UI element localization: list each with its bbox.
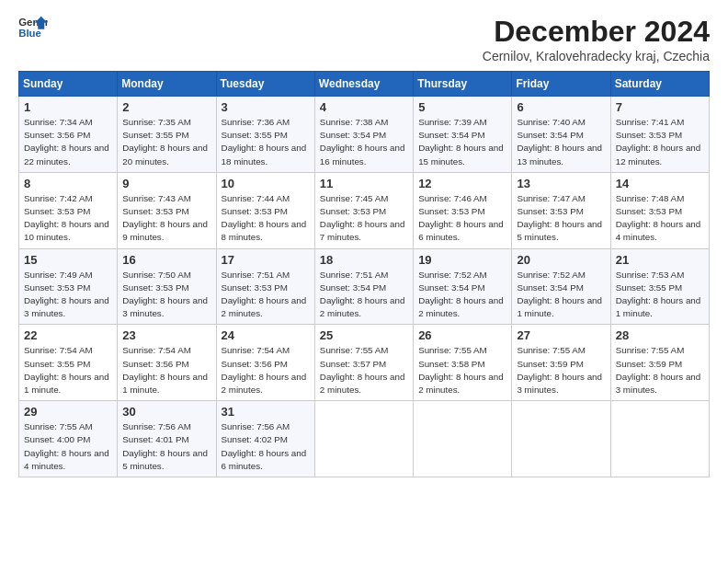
- svg-text:Blue: Blue: [18, 28, 41, 39]
- calendar-week-2: 15Sunrise: 7:49 AMSunset: 3:53 PMDayligh…: [19, 248, 710, 325]
- col-friday: Friday: [512, 72, 610, 97]
- table-row: 31Sunrise: 7:56 AMSunset: 4:02 PMDayligh…: [216, 401, 314, 477]
- col-sunday: Sunday: [19, 72, 118, 97]
- col-monday: Monday: [118, 72, 216, 97]
- table-row: 30Sunrise: 7:56 AMSunset: 4:01 PMDayligh…: [118, 401, 216, 477]
- calendar-week-0: 1Sunrise: 7:34 AMSunset: 3:56 PMDaylight…: [19, 97, 710, 173]
- table-row: 7Sunrise: 7:41 AMSunset: 3:53 PMDaylight…: [610, 97, 709, 173]
- table-row: [512, 401, 610, 477]
- table-row: 11Sunrise: 7:45 AMSunset: 3:53 PMDayligh…: [314, 172, 413, 248]
- table-row: [314, 401, 413, 477]
- calendar-table: Sunday Monday Tuesday Wednesday Thursday…: [18, 71, 710, 477]
- table-row: 14Sunrise: 7:48 AMSunset: 3:53 PMDayligh…: [610, 172, 709, 248]
- table-row: 1Sunrise: 7:34 AMSunset: 3:56 PMDaylight…: [19, 97, 118, 173]
- table-row: 28Sunrise: 7:55 AMSunset: 3:59 PMDayligh…: [610, 325, 709, 401]
- table-row: 22Sunrise: 7:54 AMSunset: 3:55 PMDayligh…: [19, 325, 118, 401]
- table-row: 12Sunrise: 7:46 AMSunset: 3:53 PMDayligh…: [414, 172, 512, 248]
- logo-icon: General Blue: [18, 15, 48, 40]
- table-row: 26Sunrise: 7:55 AMSunset: 3:58 PMDayligh…: [414, 325, 512, 401]
- table-row: 18Sunrise: 7:51 AMSunset: 3:54 PMDayligh…: [314, 248, 413, 325]
- table-row: 20Sunrise: 7:52 AMSunset: 3:54 PMDayligh…: [512, 248, 610, 325]
- table-row: 10Sunrise: 7:44 AMSunset: 3:53 PMDayligh…: [216, 172, 314, 248]
- col-tuesday: Tuesday: [216, 72, 314, 97]
- table-row: 27Sunrise: 7:55 AMSunset: 3:59 PMDayligh…: [512, 325, 610, 401]
- table-row: 4Sunrise: 7:38 AMSunset: 3:54 PMDaylight…: [314, 97, 413, 173]
- table-row: 21Sunrise: 7:53 AMSunset: 3:55 PMDayligh…: [610, 248, 709, 325]
- col-wednesday: Wednesday: [314, 72, 413, 97]
- table-row: 3Sunrise: 7:36 AMSunset: 3:55 PMDaylight…: [216, 97, 314, 173]
- table-row: 24Sunrise: 7:54 AMSunset: 3:56 PMDayligh…: [216, 325, 314, 401]
- table-row: 9Sunrise: 7:43 AMSunset: 3:53 PMDaylight…: [118, 172, 216, 248]
- table-row: [610, 401, 709, 477]
- table-row: 23Sunrise: 7:54 AMSunset: 3:56 PMDayligh…: [118, 325, 216, 401]
- logo: General Blue: [18, 15, 48, 40]
- table-row: 16Sunrise: 7:50 AMSunset: 3:53 PMDayligh…: [118, 248, 216, 325]
- title-area: December 2024 Cernilov, Kralovehradecky …: [483, 15, 710, 63]
- month-title: December 2024: [483, 15, 710, 49]
- calendar-week-4: 29Sunrise: 7:55 AMSunset: 4:00 PMDayligh…: [19, 401, 710, 477]
- location: Cernilov, Kralovehradecky kraj, Czechia: [483, 49, 710, 63]
- table-row: 15Sunrise: 7:49 AMSunset: 3:53 PMDayligh…: [19, 248, 118, 325]
- calendar-week-1: 8Sunrise: 7:42 AMSunset: 3:53 PMDaylight…: [19, 172, 710, 248]
- table-row: [414, 401, 512, 477]
- table-row: 25Sunrise: 7:55 AMSunset: 3:57 PMDayligh…: [314, 325, 413, 401]
- table-row: 17Sunrise: 7:51 AMSunset: 3:53 PMDayligh…: [216, 248, 314, 325]
- table-row: 13Sunrise: 7:47 AMSunset: 3:53 PMDayligh…: [512, 172, 610, 248]
- table-row: 6Sunrise: 7:40 AMSunset: 3:54 PMDaylight…: [512, 97, 610, 173]
- col-thursday: Thursday: [414, 72, 512, 97]
- table-row: 2Sunrise: 7:35 AMSunset: 3:55 PMDaylight…: [118, 97, 216, 173]
- table-row: 29Sunrise: 7:55 AMSunset: 4:00 PMDayligh…: [19, 401, 118, 477]
- col-saturday: Saturday: [610, 72, 709, 97]
- table-row: 19Sunrise: 7:52 AMSunset: 3:54 PMDayligh…: [414, 248, 512, 325]
- table-row: 5Sunrise: 7:39 AMSunset: 3:54 PMDaylight…: [414, 97, 512, 173]
- header: General Blue December 2024 Cernilov, Kra…: [18, 15, 710, 63]
- calendar-week-3: 22Sunrise: 7:54 AMSunset: 3:55 PMDayligh…: [19, 325, 710, 401]
- table-row: 8Sunrise: 7:42 AMSunset: 3:53 PMDaylight…: [19, 172, 118, 248]
- header-row: Sunday Monday Tuesday Wednesday Thursday…: [19, 72, 710, 97]
